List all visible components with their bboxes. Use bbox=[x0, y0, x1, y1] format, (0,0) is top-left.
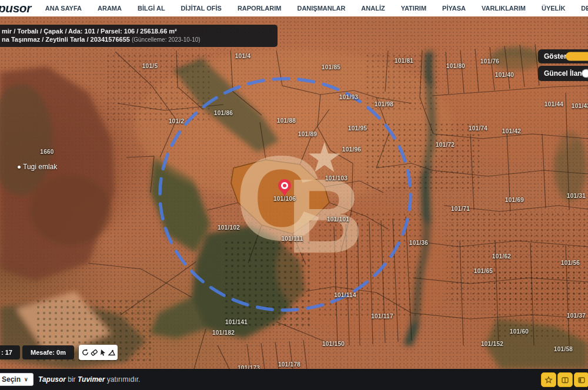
toggle-goster-label: Göster bbox=[544, 52, 567, 60]
parcel-info-bar: mir / Torbalı / Çapak / Ada: 101 / Parse… bbox=[0, 25, 278, 47]
map-viewport[interactable]: C B ★ 101/5101/4101/85101/81101/80101/76… bbox=[0, 16, 588, 369]
svg-text:★: ★ bbox=[308, 137, 341, 178]
map-type-select-value: Seçin bbox=[2, 375, 21, 384]
nav-item-6[interactable]: ANALİZ bbox=[361, 5, 385, 12]
toggle-off-switch[interactable] bbox=[582, 69, 588, 78]
nav-item-4[interactable]: RAPORLARIM bbox=[238, 5, 282, 12]
toggle-on-switch[interactable] bbox=[566, 52, 588, 61]
map-type-select[interactable]: Seçin ∨ bbox=[0, 373, 34, 386]
update-note: (Güncelleme: 2023-10-10) bbox=[132, 36, 201, 43]
app-window: pusor ANA SAYFAARAMABİLGİ ALDİJİTAL OFİS… bbox=[0, 0, 588, 390]
chevron-down-icon: ∨ bbox=[24, 376, 28, 382]
rotate-icon[interactable] bbox=[81, 348, 89, 357]
parcel-info-line1: mir / Torbalı / Çapak / Ada: 101 / Parse… bbox=[2, 27, 270, 35]
zoom-level-readout: : 17 bbox=[0, 345, 20, 359]
parcel-info-line2: na Taşınmaz / Zeytinli Tarla / 203415766… bbox=[2, 35, 270, 44]
distance-readout: Mesafe: 0m bbox=[22, 345, 74, 359]
nav-menu: ANA SAYFAARAMABİLGİ ALDİJİTAL OFİSRAPORL… bbox=[45, 5, 588, 12]
nav-item-5[interactable]: DANIŞMANLAR bbox=[297, 5, 345, 12]
nav-item-3[interactable]: DİJİTAL OFİS bbox=[181, 5, 222, 12]
nav-item-8[interactable]: PİYASA bbox=[442, 5, 466, 12]
nav-item-0[interactable]: ANA SAYFA bbox=[45, 5, 82, 12]
toggle-knob bbox=[582, 70, 588, 78]
nav-item-10[interactable]: ÜYELİK bbox=[542, 5, 565, 12]
nav-item-1[interactable]: ARAMA bbox=[98, 5, 122, 12]
ruler-icon[interactable] bbox=[108, 348, 116, 357]
toggle-goster[interactable]: Göster bbox=[538, 49, 588, 63]
nav-item-11[interactable]: DEPREM bbox=[581, 5, 588, 12]
toggle-guncel-ilanlar[interactable]: Güncel İlanlar bbox=[538, 66, 588, 81]
nav-item-2[interactable]: BİLGİ AL bbox=[138, 5, 165, 12]
map-overlay: C B ★ bbox=[0, 16, 588, 369]
measure-toolbar bbox=[79, 345, 118, 360]
pointer-icon[interactable] bbox=[99, 348, 107, 357]
footer-brand-text: Tapusor bir Tuvimer yatırımıdır. bbox=[38, 375, 140, 384]
top-nav: pusor ANA SAYFAARAMABİLGİ ALDİJİTAL OFİS… bbox=[0, 0, 588, 16]
footer-bar: Seçin ∨ Tapusor bir Tuvimer yatırımıdır. bbox=[0, 369, 588, 390]
favorite-star-button[interactable] bbox=[541, 372, 556, 387]
sidebar-view-button[interactable] bbox=[574, 372, 588, 387]
nav-item-7[interactable]: YATIRIM bbox=[401, 5, 426, 12]
split-view-button[interactable] bbox=[557, 372, 573, 387]
nav-item-9[interactable]: VARLIKLARIM bbox=[482, 5, 526, 12]
brand-logo[interactable]: pusor bbox=[0, 1, 31, 15]
eraser-icon[interactable] bbox=[90, 348, 98, 357]
